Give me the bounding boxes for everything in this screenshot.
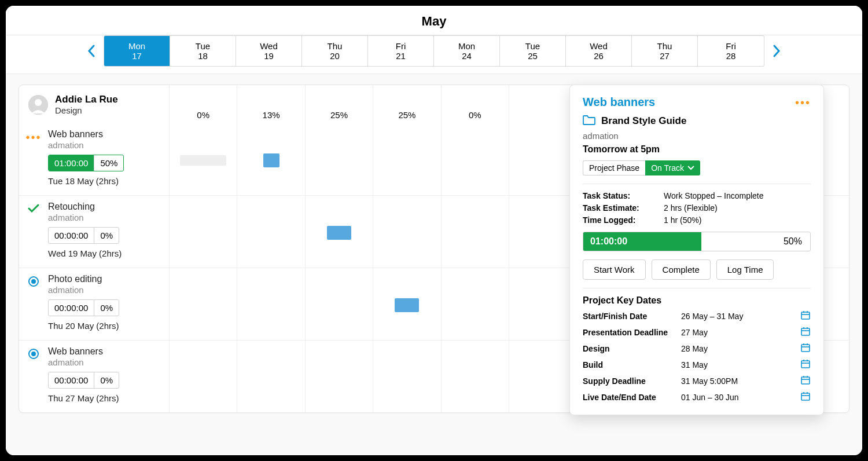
time-pct: 50%	[94, 155, 123, 171]
chevron-down-icon	[687, 166, 694, 170]
task-status-value: Work Stopped – Incomplete	[664, 191, 811, 200]
svg-rect-6	[801, 328, 810, 335]
status-dots-icon[interactable]: •••	[26, 131, 42, 186]
task-bar[interactable]	[180, 155, 226, 166]
day-cell[interactable]: Mon17	[104, 36, 170, 66]
next-week-button[interactable]	[770, 43, 783, 59]
day-cell[interactable]: Tue18	[170, 36, 236, 66]
svg-rect-2	[801, 312, 810, 319]
keydate-row: Live Date/End Date 01 Jun – 30 Jun	[583, 391, 811, 403]
day-cell[interactable]: Fri28	[698, 36, 764, 66]
keydate-label: Build	[583, 360, 681, 369]
radio-icon[interactable]	[28, 349, 39, 359]
prev-week-button[interactable]	[85, 43, 98, 59]
popup-menu-icon[interactable]: •••	[795, 97, 811, 108]
start-work-button[interactable]: Start Work	[583, 259, 646, 280]
svg-point-1	[35, 99, 42, 106]
task-title[interactable]: Web banners	[48, 346, 161, 357]
radio-icon[interactable]	[28, 276, 39, 287]
calendar-icon[interactable]	[800, 391, 811, 403]
keydate-label: Presentation Deadline	[583, 328, 681, 337]
utilization-pct: 25%	[373, 85, 441, 123]
app-window: May Mon17Tue18Wed19Thu20Fri21Mon24Tue25W…	[6, 6, 862, 455]
calendar-icon[interactable]	[800, 342, 811, 354]
task-date: Thu 20 May (2hrs)	[48, 321, 161, 331]
phase-label: Project Phase	[583, 160, 645, 175]
task-company: admation	[48, 140, 161, 150]
keydate-value: 31 May 5:00PM	[681, 376, 800, 386]
day-cell[interactable]: Wed26	[566, 36, 632, 66]
calendar-icon[interactable]	[800, 310, 811, 322]
utilization-pct: 0%	[442, 85, 509, 123]
task-block[interactable]	[263, 153, 279, 167]
keydate-row: Presentation Deadline 27 May	[583, 326, 811, 338]
keydate-label: Supply Deadline	[583, 376, 681, 386]
calendar-icon[interactable]	[800, 375, 811, 387]
task-title[interactable]: Photo editing	[48, 274, 161, 284]
task-date: Tue 18 May (2hrs)	[48, 176, 161, 186]
keydate-row: Design 28 May	[583, 342, 811, 354]
task-estimate-value: 2 hrs (Flexible)	[664, 203, 811, 213]
check-icon	[28, 204, 39, 258]
time-badge[interactable]: 01:00:00 50%	[48, 155, 124, 171]
svg-rect-18	[801, 377, 810, 384]
utilization-pct: 13%	[237, 85, 305, 123]
keydate-label: Live Date/End Date	[583, 393, 681, 402]
complete-button[interactable]: Complete	[652, 259, 711, 280]
day-cell[interactable]: Tue25	[500, 36, 566, 66]
keydate-row: Start/Finish Date 26 May – 31 May	[583, 310, 811, 322]
task-block[interactable]	[395, 298, 419, 312]
progress-bar: 01:00:00 50%	[583, 232, 811, 251]
svg-rect-10	[801, 345, 810, 352]
time-badge[interactable]: 00:00:00 0%	[48, 299, 119, 316]
keydate-value: 26 May – 31 May	[681, 312, 800, 321]
task-details-popup: Web banners ••• Brand Style Guide admati…	[569, 85, 824, 415]
day-cell[interactable]: Wed19	[236, 36, 302, 66]
time-badge[interactable]: 00:00:00 0%	[48, 372, 119, 389]
project-name: Brand Style Guide	[601, 115, 686, 127]
utilization-pct: 25%	[306, 85, 373, 123]
phase-status-dropdown[interactable]: On Track	[645, 160, 700, 175]
log-time-button[interactable]: Log Time	[716, 259, 774, 280]
day-cell[interactable]: Thu27	[632, 36, 698, 66]
utilization-pct	[509, 85, 577, 123]
keydate-value: 01 Jun – 30 Jun	[681, 393, 800, 402]
day-cell[interactable]: Thu20	[302, 36, 368, 66]
day-cells: Mon17Tue18Wed19Thu20Fri21Mon24Tue25Wed26…	[104, 35, 764, 67]
task-title[interactable]: Web banners	[48, 129, 161, 140]
month-title: May	[6, 6, 862, 35]
task-title[interactable]: Retouching	[48, 202, 161, 212]
popup-company: admation	[583, 131, 811, 141]
keydate-row: Supply Deadline 31 May 5:00PM	[583, 375, 811, 387]
task-date: Wed 19 May (2hrs)	[48, 248, 161, 258]
svg-rect-14	[801, 361, 810, 368]
time-pct: 0%	[94, 372, 119, 388]
time-value: 00:00:00	[49, 228, 94, 243]
keydate-value: 27 May	[681, 328, 800, 337]
task-company: admation	[48, 285, 161, 295]
folder-icon	[583, 115, 595, 127]
keydate-value: 28 May	[681, 344, 800, 353]
time-value: 00:00:00	[49, 372, 94, 388]
time-value: 00:00:00	[49, 300, 94, 316]
calendar-icon[interactable]	[800, 326, 811, 338]
content-area: Addie La Rue Design 0% 13% 25% 25% 0% 8%…	[6, 74, 862, 426]
keydates-title: Project Key Dates	[583, 295, 811, 306]
day-navigation: Mon17Tue18Wed19Thu20Fri21Mon24Tue25Wed26…	[6, 35, 862, 74]
svg-rect-22	[801, 393, 810, 400]
task-company: admation	[48, 213, 161, 222]
user-role: Design	[55, 105, 118, 116]
time-badge[interactable]: 00:00:00 0%	[48, 227, 119, 244]
popup-deadline: Tomorrow at 5pm	[583, 144, 811, 155]
time-logged-value: 1 hr (50%)	[664, 215, 811, 225]
time-value: 01:00:00	[49, 155, 94, 171]
user-avatar	[28, 95, 48, 115]
calendar-icon[interactable]	[800, 358, 811, 371]
keydate-label: Start/Finish Date	[583, 312, 681, 321]
day-cell[interactable]: Fri21	[368, 36, 434, 66]
user-name: Addie La Rue	[55, 93, 118, 105]
keydate-value: 31 May	[681, 360, 800, 369]
task-block[interactable]	[327, 226, 351, 240]
day-cell[interactable]: Mon24	[434, 36, 500, 66]
progress-pct: 50%	[775, 236, 810, 247]
